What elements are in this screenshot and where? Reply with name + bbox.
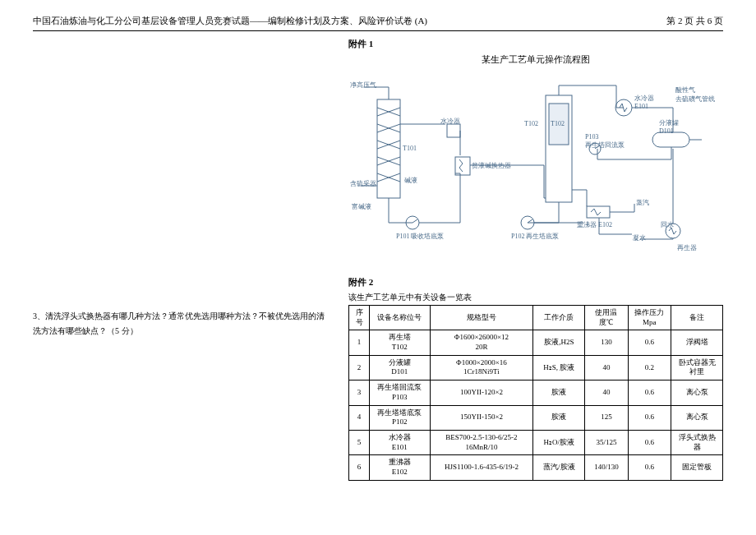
- acid-gas-label: 酸性气 去硫磺气管线: [675, 85, 715, 104]
- cell-spec: Φ1000×2000×16 1Cr18Ni9Ti: [430, 355, 533, 380]
- cell-pressure: 0.6: [628, 330, 671, 355]
- attachment-2-label: 附件 2: [348, 276, 723, 288]
- p102-label: P102 再生塔底泵: [511, 232, 559, 241]
- table-row: 6重沸器 E102HJS1100-1.6-435-6/19-2蒸汽/胺液140/…: [349, 455, 723, 480]
- water-cooler-label: 水冷器: [440, 117, 460, 126]
- lean-liquid-label: 碱液: [404, 176, 417, 185]
- cell-seq: 3: [349, 380, 370, 405]
- cell-note: 浮阀塔: [671, 330, 723, 355]
- th-medium: 工作介质: [533, 306, 585, 330]
- clean-gas-label: 净高压气: [350, 81, 376, 90]
- process-flow-diagram: T101 T102 T102 P101 吸收塔底泵 P102 再生塔底泵 P10…: [348, 71, 710, 268]
- table-row: 2分液罐 D101Φ1000×2000×16 1Cr18Ni9TiH₂S, 胺液…: [349, 355, 723, 380]
- cell-temp: 130: [585, 330, 628, 355]
- e101-label: 水冷器 E101: [634, 94, 654, 110]
- d101-label: 分液罐 D101: [659, 118, 679, 135]
- p103-label: P103 再生塔回流泵: [585, 133, 625, 150]
- cond-label: 凝水: [633, 233, 646, 242]
- cell-medium: 胺液: [533, 380, 585, 405]
- return-liq-label: 回水: [661, 220, 674, 229]
- cell-name: 再生塔 T102: [370, 330, 430, 355]
- th-pressure: 操作压力Mpa: [628, 306, 671, 330]
- table-caption: 该生产工艺单元中有关设备一览表: [348, 292, 723, 303]
- table-header-row: 序号 设备名称位号 规格型号 工作介质 使用温度℃ 操作压力Mpa 备注: [349, 306, 723, 330]
- cell-temp: 40: [585, 355, 628, 380]
- steam-label: 蒸汽: [636, 198, 649, 207]
- svg-rect-20: [455, 157, 470, 175]
- cell-name: 重沸器 E102: [370, 455, 430, 480]
- t102b-label: T102: [551, 120, 565, 127]
- svg-rect-21: [447, 124, 460, 137]
- t102a-label: T102: [524, 120, 538, 127]
- cell-temp: 140/130: [585, 455, 628, 480]
- svg-rect-23: [587, 206, 610, 218]
- cell-medium: 蒸汽/胺液: [533, 455, 585, 480]
- cell-temp: 40: [585, 380, 628, 405]
- th-spec: 规格型号: [430, 306, 533, 330]
- equipment-table: 序号 设备名称位号 规格型号 工作介质 使用温度℃ 操作压力Mpa 备注 1再生…: [348, 305, 723, 481]
- cell-name: 水冷器 E101: [370, 430, 430, 454]
- cell-pressure: 0.6: [628, 455, 671, 480]
- cell-pressure: 0.2: [628, 355, 671, 380]
- cell-pressure: 0.6: [628, 380, 671, 405]
- cell-seq: 5: [349, 430, 370, 454]
- to-abs-label: 含硫采器: [350, 179, 376, 188]
- header-pager: 第 2 页 共 6 页: [666, 15, 723, 27]
- cell-medium: 胺液: [533, 405, 585, 430]
- t101-label: T101: [403, 145, 417, 152]
- th-note: 备注: [671, 306, 723, 330]
- th-name: 设备名称位号: [370, 306, 430, 330]
- cell-temp: 35/125: [585, 430, 628, 454]
- cell-note: 离心泵: [671, 405, 723, 430]
- cell-pressure: 0.6: [628, 405, 671, 430]
- cell-seq: 4: [349, 405, 370, 430]
- reboiler2-label: 再生器: [677, 243, 697, 252]
- cell-temp: 125: [585, 405, 628, 430]
- attachment-1-label: 附件 1: [348, 38, 723, 50]
- th-seq: 序号: [349, 306, 370, 330]
- table-row: 5水冷器 E101BES700-2.5-130-6/25-2 16MnR/10H…: [349, 430, 723, 454]
- attachment-2: 附件 2 该生产工艺单元中有关设备一览表 序号 设备名称位号 规格型号 工作介质…: [348, 276, 723, 481]
- cell-name: 再生塔塔底泵 P102: [370, 405, 430, 430]
- cell-spec: 150YII-150×2: [430, 405, 533, 430]
- cell-seq: 6: [349, 455, 370, 480]
- cell-medium: H₂S, 胺液: [533, 355, 585, 380]
- cell-seq: 1: [349, 330, 370, 355]
- question-3: 3、清洗浮头式换热器有哪几种方法？通常优先选用哪种方法？不被优先选用的清洗方法有…: [33, 309, 329, 339]
- rich-liquid-label: 富碱液: [352, 202, 371, 211]
- table-row: 1再生塔 T102Φ1600×26000×12 20R胺液,H2S1300.6浮…: [349, 330, 723, 355]
- th-temp: 使用温度℃: [585, 306, 628, 330]
- diagram-title: 某生产工艺单元操作流程图: [348, 53, 723, 66]
- cell-note: 卧式容器无衬里: [671, 355, 723, 380]
- cell-note: 固定管板: [671, 455, 723, 480]
- cell-pressure: 0.6: [628, 430, 671, 454]
- cell-spec: HJS1100-1.6-435-6/19-2: [430, 455, 533, 480]
- cell-name: 再生塔回流泵 P103: [370, 380, 430, 405]
- table-row: 4再生塔塔底泵 P102150YII-150×2胺液1250.6离心泵: [349, 405, 723, 430]
- cell-note: 离心泵: [671, 380, 723, 405]
- p101-label: P101 吸收塔底泵: [396, 232, 444, 241]
- cell-seq: 2: [349, 355, 370, 380]
- cell-medium: H₂O/胺液: [533, 430, 585, 454]
- cell-spec: BES700-2.5-130-6/25-2 16MnR/10: [430, 430, 533, 454]
- page-header: 中国石油炼油与化工分公司基层设备管理人员竞赛试题——编制检修计划及方案、风险评价…: [33, 15, 723, 31]
- cell-name: 分液罐 D101: [370, 355, 430, 380]
- header-title: 中国石油炼油与化工分公司基层设备管理人员竞赛试题——编制检修计划及方案、风险评价…: [33, 15, 427, 27]
- e102-label: 重沸器 E102: [577, 220, 612, 229]
- lean-rich-label: 贫液碱换热器: [472, 161, 511, 170]
- cell-spec: Φ1600×26000×12 20R: [430, 330, 533, 355]
- attachment-1: 附件 1 某生产工艺单元操作流程图: [348, 38, 723, 268]
- cell-medium: 胺液,H2S: [533, 330, 585, 355]
- cell-spec: 100YII-120×2: [430, 380, 533, 405]
- table-row: 3再生塔回流泵 P103100YII-120×2胺液400.6离心泵: [349, 380, 723, 405]
- cell-note: 浮头式换热器: [671, 430, 723, 454]
